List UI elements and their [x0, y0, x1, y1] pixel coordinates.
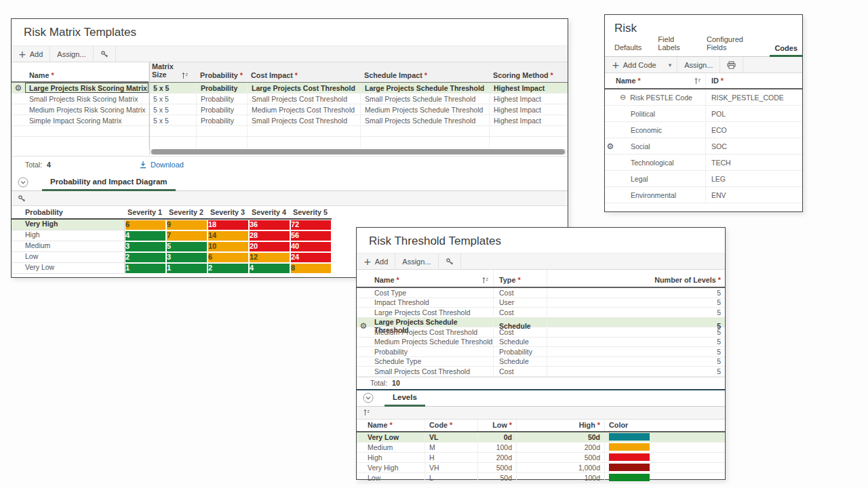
threshold-row[interactable]: ProbabilityProbability5 [357, 347, 725, 357]
cell-id[interactable]: SOC [705, 138, 802, 154]
cell-code[interactable]: H [425, 453, 477, 462]
matrix-cell[interactable]: 9 [166, 220, 208, 230]
cell-name[interactable]: Cost Type [370, 288, 493, 298]
gear-icon[interactable]: ⚙ [607, 142, 614, 150]
threshold-row-selected[interactable]: ⚙Large Projects Schedule ThresholdSchedu… [357, 318, 725, 328]
cell-id[interactable]: ECO [705, 122, 802, 138]
cell-code[interactable]: VH [425, 463, 477, 472]
matrix-cell[interactable]: 1 [166, 263, 208, 274]
cell-id[interactable]: RISK_PESTLE_CODE [705, 89, 802, 105]
col-header-name[interactable]: Name* [368, 420, 425, 431]
threshold-row[interactable]: Schedule TypeSchedule5 [357, 357, 725, 367]
matrix-cell[interactable]: 4 [125, 230, 166, 241]
cell-type[interactable]: Probability [493, 347, 547, 357]
cell-low[interactable]: 200d [477, 453, 516, 462]
add-code-dropdown[interactable]: ▾ [663, 57, 678, 73]
matrix-cell[interactable]: 7 [166, 230, 208, 241]
cell-name[interactable]: ⊖Risk PESTLE Code [616, 89, 705, 105]
level-row[interactable]: Medium M 100d 200d [357, 443, 725, 453]
table-row[interactable]: Simple Impact Scoring Matrix 5 x 5 Proba… [12, 115, 568, 126]
matrix-cell[interactable]: 18 [208, 220, 249, 230]
cell-levels[interactable]: 5 [547, 338, 725, 347]
cell-name[interactable]: Very High [368, 463, 425, 472]
matrix-row-label[interactable]: Very Low [12, 263, 125, 274]
cell-name[interactable]: Low [368, 473, 425, 483]
col-header-low[interactable]: Low* [477, 420, 516, 431]
code-row[interactable]: Environmental ENV [605, 187, 802, 203]
cell-name[interactable]: Medium Projects Schedule Threshold [370, 338, 493, 347]
cell-name[interactable]: Small Projects Risk Scoring Matrix [25, 94, 149, 104]
cell-color[interactable] [604, 432, 650, 442]
col-header-probability[interactable]: Probability* [196, 62, 247, 82]
threshold-row[interactable]: Small Projects Cost ThresholdCost5 [357, 367, 725, 377]
cell-low[interactable]: 0d [477, 432, 516, 442]
cell-cost[interactable]: Small Projects Cost Threshold [247, 115, 360, 125]
cell-size[interactable]: 5 x 5 [149, 115, 196, 125]
cell-name[interactable]: Medium [368, 443, 425, 452]
matrix-cell[interactable]: 1 [125, 263, 166, 274]
cell-name[interactable]: Environmental [616, 187, 705, 203]
cell-scoring[interactable]: Highest Impact [489, 115, 568, 125]
table-row[interactable]: Medium Projects Risk Scoring Matrix 5 x … [12, 104, 568, 115]
matrix-cell[interactable]: 3 [166, 252, 208, 263]
matrix-cell[interactable]: 72 [290, 220, 332, 230]
cell-schedule[interactable]: Large Projects Schedule Threshold [360, 83, 489, 93]
cell-code[interactable]: M [425, 443, 477, 452]
cell-name[interactable]: Political [616, 106, 705, 121]
threshold-row[interactable]: Medium Projects Cost ThresholdCost5 [357, 327, 725, 338]
code-row[interactable]: Legal LEG [605, 171, 802, 187]
matrix-row-label[interactable]: Very High [12, 220, 125, 230]
matrix-cell[interactable]: 3 [125, 241, 166, 252]
matrix-row[interactable]: Very Low 1 1 2 4 8 [12, 263, 332, 274]
assign-button[interactable]: Assign... [677, 57, 720, 73]
cell-name[interactable]: Small Projects Cost Threshold [370, 367, 493, 376]
cell-levels[interactable]: 5 [547, 327, 725, 337]
cell-id[interactable]: ENV [705, 187, 802, 203]
level-row[interactable]: High H 200d 500d [357, 453, 725, 463]
cell-low[interactable]: 500d [477, 463, 516, 472]
matrix-cell[interactable]: 6 [125, 220, 166, 230]
cell-high[interactable]: 500d [516, 453, 604, 462]
add-button[interactable]: + Add [12, 46, 50, 62]
sort-icon[interactable] [363, 409, 370, 416]
add-button[interactable]: + Add [357, 253, 395, 269]
matrix-cell[interactable]: 40 [290, 241, 332, 252]
table-row[interactable]: Small Projects Risk Scoring Matrix 5 x 5… [12, 94, 568, 104]
cell-low[interactable]: 50d [477, 473, 516, 483]
cell-probability[interactable]: Probability [196, 83, 247, 93]
settings-key-button[interactable] [439, 253, 461, 269]
cell-name[interactable]: Simple Impact Scoring Matrix [25, 115, 149, 125]
matrix-cell[interactable]: 10 [208, 241, 249, 252]
cell-color[interactable] [604, 463, 650, 472]
col-header-type[interactable]: Type* [493, 270, 547, 287]
level-row[interactable]: Very High VH 500d 1,000d [357, 463, 725, 473]
cell-low[interactable]: 100d [477, 443, 516, 452]
cell-name[interactable]: Medium Projects Risk Scoring Matrix [25, 104, 149, 115]
matrix-cell[interactable]: 2 [125, 252, 166, 263]
threshold-row[interactable]: Impact ThresholdUser5 [357, 298, 725, 308]
level-row-selected[interactable]: Very Low VL 0d 50d [357, 432, 725, 443]
matrix-cell[interactable]: 5 [166, 241, 208, 252]
print-button[interactable] [720, 57, 743, 73]
assign-button[interactable]: Assign... [50, 46, 93, 62]
col-header-code[interactable]: Code* [425, 420, 477, 431]
cell-cost[interactable]: Medium Projects Cost Threshold [247, 104, 360, 115]
matrix-cell[interactable]: 8 [290, 263, 332, 274]
tab-field-labels[interactable]: Field Labels [658, 35, 690, 56]
col-header-name[interactable]: Name* [616, 73, 705, 88]
matrix-row[interactable]: High 4 7 14 28 56 [12, 230, 332, 241]
code-row[interactable]: Political POL [605, 106, 802, 122]
assign-button[interactable]: Assign... [395, 253, 438, 269]
cell-high[interactable]: 1,000d [516, 463, 604, 472]
matrix-cell[interactable]: 14 [208, 230, 249, 241]
gear-icon[interactable]: ⚙ [15, 84, 22, 92]
settings-key-button[interactable] [18, 195, 26, 203]
cell-schedule[interactable]: Medium Projects Schedule Threshold [360, 104, 489, 115]
tab-configured-fields[interactable]: Configured Fields [707, 35, 753, 56]
table-row-selected[interactable]: ⚙ Large Projects Risk Scoring Matrix 5 x… [12, 83, 568, 94]
matrix-cell[interactable]: 4 [249, 263, 290, 274]
code-row[interactable]: ⚙ Social SOC [605, 138, 802, 155]
settings-key-button[interactable] [94, 46, 116, 62]
threshold-row[interactable]: Medium Projects Schedule ThresholdSchedu… [357, 338, 725, 348]
cell-size[interactable]: 5 x 5 [149, 104, 196, 115]
